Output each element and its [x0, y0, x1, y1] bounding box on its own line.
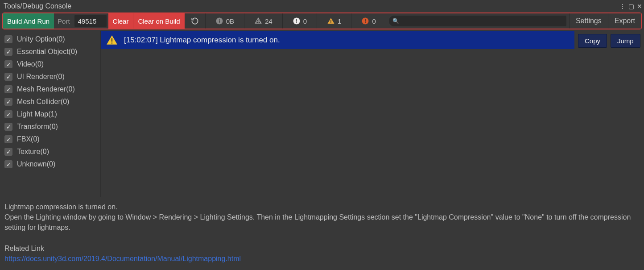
log-message: [15:02:07] Lightmap compression is turne… — [124, 36, 569, 45]
log-message-text: Lightmap compression is turned on. — [160, 36, 280, 44]
stat-warn-value: 1 — [338, 17, 341, 25]
sidebar-item-label: Texture(0) — [17, 148, 49, 156]
svg-rect-10 — [365, 22, 366, 23]
related-link-heading: Related Link — [4, 243, 640, 253]
search-container: 🔍 — [386, 13, 569, 29]
search-input[interactable] — [389, 16, 566, 26]
stat-info-value: 0 — [303, 17, 307, 25]
window-title-bar: Tools/Debug Console ⋮ ▢ ✕ — [0, 0, 644, 12]
checkbox-icon[interactable]: ✓ — [4, 48, 12, 56]
sidebar-item[interactable]: ✓Unknown(0) — [0, 158, 100, 170]
maximize-icon[interactable]: ▢ — [628, 3, 634, 10]
build-and-run-button[interactable]: Build And Run — [3, 13, 54, 29]
checkbox-icon[interactable]: ✓ — [4, 85, 12, 93]
stat-tri[interactable]: 24 — [244, 13, 282, 29]
port-label: Port — [54, 13, 73, 29]
stat-error-count[interactable]: 0 — [351, 13, 385, 29]
checkbox-icon[interactable]: ✓ — [4, 148, 12, 156]
clear-button[interactable]: Clear — [108, 13, 133, 29]
checkbox-icon[interactable]: ✓ — [4, 60, 12, 68]
sidebar-item[interactable]: ✓Light Map(1) — [0, 108, 100, 120]
checkbox-icon[interactable]: ✓ — [4, 73, 12, 81]
port-input[interactable] — [74, 15, 107, 27]
sidebar-item[interactable]: ✓UI Renderer(0) — [0, 71, 100, 83]
svg-rect-7 — [330, 22, 331, 23]
settings-button[interactable]: Settings — [569, 13, 608, 29]
sidebar-item-label: Essential Object(0) — [17, 48, 77, 56]
svg-rect-2 — [219, 19, 220, 20]
svg-rect-9 — [365, 19, 366, 22]
refresh-button[interactable] — [185, 13, 205, 29]
warning-icon — [327, 17, 335, 25]
sidebar-item[interactable]: ✓Unity Option(0) — [0, 33, 100, 46]
svg-rect-4 — [296, 19, 297, 22]
svg-rect-1 — [219, 21, 220, 23]
sidebar-item[interactable]: ✓Texture(0) — [0, 145, 100, 158]
log-list-empty-area — [101, 49, 574, 197]
menu-dots-icon[interactable]: ⋮ — [619, 3, 626, 10]
stat-info-count[interactable]: 0 — [282, 13, 317, 29]
category-sidebar: ✓Unity Option(0)✓Essential Object(0)✓Vid… — [0, 31, 101, 197]
sidebar-item[interactable]: ✓Mesh Collider(0) — [0, 96, 100, 108]
details-panel: Lightmap compression is turned on. Open … — [0, 197, 644, 270]
checkbox-icon[interactable]: ✓ — [4, 35, 12, 43]
sidebar-item-label: Unknown(0) — [17, 160, 55, 168]
warning-icon — [106, 34, 118, 46]
refresh-icon — [190, 17, 199, 25]
clear-on-build-button[interactable]: Clear on Build — [133, 13, 184, 29]
sidebar-item[interactable]: ✓Transform(0) — [0, 120, 100, 133]
toolbar-highlight: Build And Run Port Clear Clear on Build … — [2, 12, 642, 29]
stat-tri-value: 24 — [265, 17, 272, 25]
sidebar-item-label: Transform(0) — [17, 123, 58, 131]
svg-rect-5 — [296, 22, 297, 23]
sidebar-item-label: Mesh Renderer(0) — [17, 85, 75, 93]
sidebar-item-label: FBX(0) — [17, 135, 40, 143]
sidebar-item-label: Light Map(1) — [17, 110, 57, 118]
search-icon: 🔍 — [392, 18, 399, 24]
close-icon[interactable]: ✕ — [637, 3, 642, 10]
sidebar-item-label: Unity Option(0) — [17, 35, 65, 43]
sidebar-item[interactable]: ✓Video(0) — [0, 58, 100, 71]
sidebar-item-label: UI Renderer(0) — [17, 73, 65, 81]
window-controls: ⋮ ▢ ✕ — [619, 3, 642, 10]
error-icon — [361, 17, 369, 25]
checkbox-icon[interactable]: ✓ — [4, 135, 12, 143]
jump-button[interactable]: Jump — [611, 34, 640, 48]
sidebar-item[interactable]: ✓FBX(0) — [0, 133, 100, 145]
svg-rect-11 — [111, 38, 112, 42]
details-line1: Lightmap compression is turned on. — [4, 202, 640, 212]
log-entry[interactable]: [15:02:07] Lightmap compression is turne… — [101, 31, 574, 49]
stat-bytes[interactable]: 0B — [205, 13, 244, 29]
checkbox-icon[interactable]: ✓ — [4, 123, 12, 131]
stat-error-value: 0 — [372, 17, 376, 25]
sidebar-item[interactable]: ✓Mesh Renderer(0) — [0, 83, 100, 96]
checkbox-icon[interactable]: ✓ — [4, 98, 12, 106]
sidebar-item-label: Video(0) — [17, 60, 44, 68]
info-bang-icon — [293, 17, 301, 25]
log-timestamp: [15:02:07] — [124, 36, 158, 44]
related-link[interactable]: https://docs.unity3d.com/2019.4/Document… — [4, 255, 241, 262]
log-panel: [15:02:07] Lightmap compression is turne… — [101, 31, 574, 197]
checkbox-icon[interactable]: ✓ — [4, 110, 12, 118]
content-area: ✓Unity Option(0)✓Essential Object(0)✓Vid… — [0, 31, 644, 197]
stat-bytes-value: 0B — [226, 17, 234, 25]
export-button[interactable]: Export — [608, 13, 641, 29]
log-actions: Copy Jump — [574, 31, 644, 197]
checkbox-icon[interactable]: ✓ — [4, 160, 12, 168]
svg-rect-12 — [111, 42, 112, 43]
details-line2: Open the Lighting window by going to Win… — [4, 212, 640, 233]
copy-button[interactable]: Copy — [578, 34, 607, 48]
toolbar: Build And Run Port Clear Clear on Build … — [3, 13, 641, 29]
window-title: Tools/Debug Console — [4, 2, 619, 10]
window: Tools/Debug Console ⋮ ▢ ✕ Build And Run … — [0, 0, 644, 270]
sidebar-item[interactable]: ✓Essential Object(0) — [0, 46, 100, 58]
info-icon — [215, 17, 223, 25]
triangle-mesh-icon — [254, 17, 262, 25]
svg-rect-6 — [330, 20, 331, 22]
sidebar-item-label: Mesh Collider(0) — [17, 98, 69, 106]
stat-warn-count[interactable]: 1 — [317, 13, 351, 29]
